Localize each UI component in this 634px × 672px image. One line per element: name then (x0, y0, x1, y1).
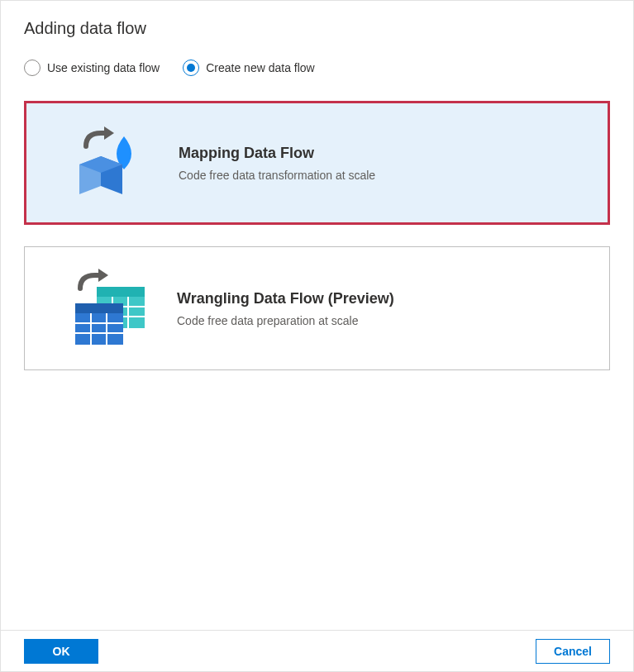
card-list: Mapping Data Flow Code free data transfo… (1, 96, 633, 375)
radio-use-existing[interactable]: Use existing data flow (24, 60, 160, 76)
radio-icon-checked (183, 60, 199, 76)
dialog-footer: OK Cancel (1, 630, 633, 671)
radio-label-existing: Use existing data flow (47, 61, 160, 74)
card-wrangling-desc: Code free data preparation at scale (177, 314, 589, 327)
card-mapping-text: Mapping Data Flow Code free data transfo… (179, 145, 588, 182)
dialog-title: Adding data flow (24, 19, 610, 38)
card-wrangling-data-flow[interactable]: Wrangling Data Flow (Preview) Code free … (24, 246, 610, 370)
dialog-header: Adding data flow (1, 1, 633, 46)
card-wrangling-text: Wrangling Data Flow (Preview) Code free … (177, 290, 589, 327)
radio-icon-unchecked (24, 60, 41, 76)
card-mapping-desc: Code free data transformation at scale (179, 169, 588, 182)
radio-create-new[interactable]: Create new data flow (183, 60, 315, 76)
cancel-button[interactable]: Cancel (536, 639, 610, 664)
card-wrangling-title: Wrangling Data Flow (Preview) (177, 290, 589, 307)
wrangling-flow-icon (45, 267, 177, 350)
radio-dot-icon (187, 64, 195, 72)
svg-rect-4 (97, 287, 145, 297)
card-mapping-data-flow[interactable]: Mapping Data Flow Code free data transfo… (24, 101, 610, 225)
mapping-flow-icon (46, 122, 179, 204)
radio-label-create: Create new data flow (206, 61, 315, 74)
ok-button[interactable]: OK (24, 639, 98, 664)
card-mapping-title: Mapping Data Flow (179, 145, 588, 162)
svg-rect-10 (75, 303, 123, 313)
radio-group: Use existing data flow Create new data f… (1, 46, 633, 96)
